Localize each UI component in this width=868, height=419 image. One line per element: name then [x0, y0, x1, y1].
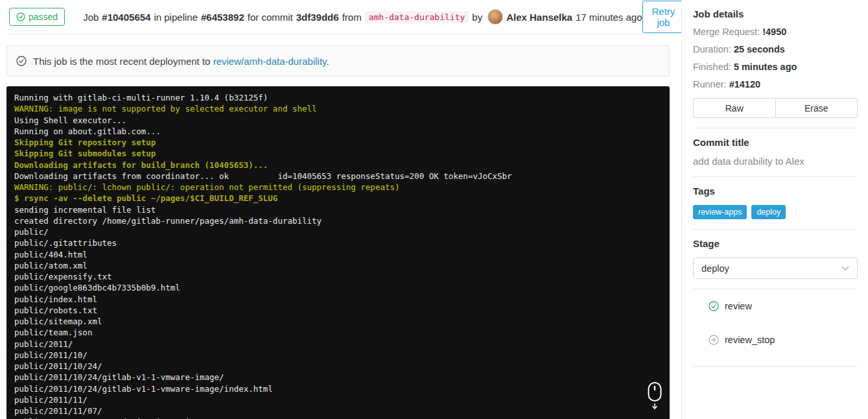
- tag-badge[interactable]: deploy: [751, 205, 786, 219]
- log-line: public/2011/11/07/: [14, 405, 662, 416]
- log-line: Using Shell executor...: [14, 115, 662, 126]
- log-line: public/team.json: [14, 327, 662, 338]
- tags-heading: Tags: [693, 177, 858, 197]
- log-line: public/2011/11/: [14, 394, 662, 405]
- log-line: public/google863dbc4b7335b0b9.html: [14, 282, 662, 293]
- log-line: Skipping Git submodules setup: [14, 148, 662, 159]
- trace-actions: Raw Erase: [693, 98, 858, 118]
- avatar[interactable]: [487, 9, 503, 25]
- log-line: Downloading artifacts from coordinator..…: [14, 171, 662, 182]
- commit-sha[interactable]: 3df39dd6: [296, 12, 339, 23]
- deployment-notice-text: This job is the most recent deployment t…: [33, 56, 329, 67]
- pipeline-id[interactable]: #6453892: [201, 12, 244, 23]
- erase-button[interactable]: Erase: [776, 98, 858, 118]
- merge-request-row: Merge Request: !4950: [693, 27, 858, 37]
- deployment-notice: This job is the most recent deployment t…: [6, 45, 670, 77]
- log-line: public/2011/10/24/gitlab-v1-1-vmware-ima…: [14, 372, 662, 383]
- job-details-title: Job details: [693, 0, 858, 19]
- tags-section: Tags review-apps deploy: [693, 177, 858, 230]
- tag-badge[interactable]: review-apps: [693, 205, 747, 219]
- stage-jobs-list: review review_stop: [693, 289, 858, 367]
- mouse-scroll-down-icon: [646, 381, 664, 410]
- log-line: public/index.html: [14, 294, 662, 305]
- log-line: public/sitemap.xml: [14, 316, 662, 327]
- job-details-section: Job details Merge Request: !4950 Duratio…: [693, 0, 858, 128]
- log-line: public/.gitattributes: [14, 237, 662, 248]
- log-line: public/2011/10/: [14, 350, 662, 361]
- log-line: sending incremental file list: [14, 204, 662, 215]
- stage-job-name: review_stop: [725, 335, 775, 345]
- branch-ref-label[interactable]: amh-data-durability: [365, 11, 469, 23]
- log-line: public/: [14, 226, 662, 237]
- time-ago: 17 minutes ago: [576, 12, 642, 23]
- duration-label: Duration:: [693, 44, 734, 54]
- job-sidebar: Job details Merge Request: !4950 Duratio…: [681, 0, 868, 419]
- log-line: public/expensify.txt: [14, 271, 662, 282]
- build-trace-terminal: Running with gitlab-ci-multi-runner 1.10…: [6, 86, 670, 419]
- log-line: public/atom.xml: [14, 260, 662, 271]
- runner-label: Runner:: [693, 79, 729, 90]
- log-line: public/robots.txt: [14, 305, 662, 316]
- tag-list: review-apps deploy: [693, 205, 858, 219]
- stage-section: Stage deploy: [693, 230, 858, 289]
- stage-selected-value: deploy: [701, 263, 729, 274]
- status-label: passed: [29, 12, 58, 22]
- log-line: public/2011/10/24/: [14, 361, 662, 372]
- log-line: created directory /home/gitlab-runner/pa…: [14, 215, 662, 226]
- merge-request-value[interactable]: !4950: [762, 27, 786, 37]
- log-line: public/2011/11/07/new-design-is-coming/: [14, 416, 662, 419]
- commit-label: for commit: [248, 12, 293, 23]
- log-line: $ rsync -av --delete public ~/pages/$CI_…: [14, 193, 662, 204]
- finished-label: Finished:: [693, 62, 734, 72]
- commit-title-text: add data durability to Alex: [693, 156, 858, 167]
- job-status-manual-icon: [709, 335, 719, 345]
- by-label: by: [472, 12, 482, 23]
- notice-text-after: .: [326, 56, 329, 67]
- job-id: #10405654: [102, 12, 150, 23]
- status-badge[interactable]: passed: [9, 8, 65, 26]
- commit-title-section: Commit title add data durability to Alex: [693, 128, 858, 177]
- pipeline-label: in pipeline: [154, 12, 198, 23]
- log-line: WARNING: public/: lchown public/: operat…: [14, 182, 662, 193]
- log-line: public/2011/10/24/gitlab-v1-1-vmware-ima…: [14, 383, 662, 394]
- runner-value: #14120: [729, 79, 760, 90]
- job-status-passed-icon: [709, 301, 719, 311]
- log-lines: Running with gitlab-ci-multi-runner 1.10…: [14, 92, 662, 419]
- from-label: from: [342, 12, 362, 23]
- finished-value: 5 minutes ago: [734, 62, 797, 72]
- chevron-down-icon: [841, 266, 849, 271]
- scroll-down-button[interactable]: [644, 381, 666, 411]
- merge-request-label: Merge Request:: [693, 27, 762, 37]
- deployment-check-icon: [16, 56, 27, 66]
- duration-value: 25 seconds: [734, 44, 785, 54]
- commit-title-heading: Commit title: [693, 128, 858, 148]
- log-line: Downloading artifacts for build_branch (…: [14, 160, 662, 171]
- stage-select[interactable]: deploy: [693, 257, 858, 279]
- author-name[interactable]: Alex Hanselka: [506, 12, 572, 23]
- runner-row: Runner: #14120: [693, 79, 858, 90]
- environment-link[interactable]: review/amh-data-durability: [213, 56, 327, 67]
- stage-job-review-stop[interactable]: review_stop: [693, 323, 858, 357]
- log-line: public/404.html: [14, 249, 662, 260]
- duration-row: Duration: 25 seconds: [693, 44, 858, 54]
- log-line: WARNING: image is not supported by selec…: [14, 103, 662, 114]
- stage-job-name: review: [725, 301, 752, 311]
- log-line: public/2011/: [14, 339, 662, 350]
- job-header: passed Job #10405654 in pipeline #645389…: [6, 0, 670, 34]
- job-sentence: Job #10405654 in pipeline #6453892 for c…: [83, 9, 642, 25]
- check-circle-icon: [16, 12, 25, 21]
- notice-text-before: This job is the most recent deployment t…: [33, 56, 213, 67]
- raw-button[interactable]: Raw: [693, 98, 776, 118]
- stage-job-review[interactable]: review: [693, 289, 858, 323]
- log-line: Skipping Git repository setup: [14, 137, 662, 148]
- job-label: Job: [83, 12, 99, 23]
- log-line: Running on about.gitlab.com...: [14, 126, 662, 137]
- log-line: Running with gitlab-ci-multi-runner 1.10…: [14, 92, 662, 103]
- finished-row: Finished: 5 minutes ago: [693, 62, 858, 72]
- retry-job-button[interactable]: Retry job: [642, 1, 685, 33]
- stage-heading: Stage: [693, 230, 858, 249]
